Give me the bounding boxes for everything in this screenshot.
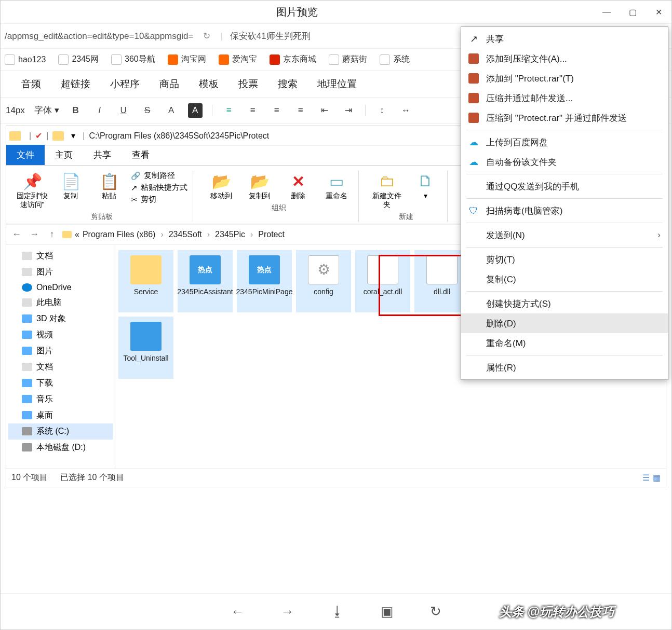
- tile-view-icon[interactable]: ▦: [653, 473, 661, 483]
- context-menu-item[interactable]: 通过QQ发送到我的手机: [461, 176, 668, 196]
- italic-button[interactable]: I: [92, 103, 107, 118]
- context-menu-item[interactable]: ↗共享: [461, 29, 668, 49]
- spacing-button[interactable]: ↔: [399, 103, 413, 118]
- copy-path-button[interactable]: 🔗复制路径: [131, 171, 187, 181]
- strike-button[interactable]: S: [140, 103, 155, 118]
- tree-item[interactable]: 视频: [8, 327, 113, 343]
- menu-audio[interactable]: 音频: [21, 77, 41, 91]
- tree-item[interactable]: OneDrive: [8, 280, 113, 295]
- tree-item[interactable]: 此电脑: [8, 295, 113, 311]
- font-color-button[interactable]: A: [164, 103, 179, 118]
- next-button[interactable]: →: [281, 604, 294, 620]
- context-menu-item[interactable]: 添加到 "Protect.rar"(T): [461, 69, 668, 88]
- nav-up-button[interactable]: ↑: [45, 229, 59, 240]
- minimize-button[interactable]: —: [594, 1, 620, 24]
- delete-button[interactable]: ✕删除: [281, 171, 315, 200]
- move-to-button[interactable]: 📂移动到: [205, 171, 238, 200]
- breadcrumb-part[interactable]: Protect: [258, 230, 285, 239]
- menu-template[interactable]: 模板: [199, 77, 219, 91]
- copy-to-button[interactable]: 📂复制到: [243, 171, 276, 200]
- context-menu-item[interactable]: 属性(R): [461, 358, 668, 377]
- bg-color-button[interactable]: A: [188, 103, 203, 118]
- menu-link[interactable]: 超链接: [61, 77, 90, 91]
- font-size[interactable]: 14px: [6, 105, 25, 116]
- tree-item[interactable]: 桌面: [8, 407, 113, 423]
- file-item[interactable]: Tool_Uninstall: [118, 317, 173, 379]
- file-item[interactable]: Service: [118, 250, 173, 312]
- bookmark-item[interactable]: 360导航: [111, 54, 155, 65]
- new-item-button[interactable]: 🗋▾: [409, 171, 442, 200]
- context-menu-item[interactable]: 压缩到 "Protect.rar" 并通过邮件发送: [461, 108, 668, 128]
- breadcrumb-part[interactable]: 2345Soft: [169, 230, 202, 239]
- tree-item[interactable]: 音乐: [8, 391, 113, 407]
- nav-forward-button[interactable]: →: [27, 229, 42, 240]
- align-center-button[interactable]: ≡: [246, 103, 260, 118]
- context-menu-item[interactable]: 发送到(N)›: [461, 225, 668, 245]
- file-item[interactable]: 热点2345PicAssistant: [178, 250, 233, 312]
- menu-vote[interactable]: 投票: [238, 77, 258, 91]
- context-menu-item[interactable]: 添加到压缩文件(A)...: [461, 49, 668, 69]
- browser-tab-title[interactable]: 保安砍41师生判死刑: [230, 30, 311, 42]
- rename-button[interactable]: ▭重命名: [320, 171, 353, 200]
- context-menu-item[interactable]: ☁上传到百度网盘: [461, 132, 668, 152]
- context-menu-item[interactable]: 剪切(T): [461, 250, 668, 269]
- tab-share[interactable]: 共享: [83, 145, 122, 165]
- pin-to-quick-access-button[interactable]: 📌固定到"快速访问": [16, 171, 49, 209]
- outdent-button[interactable]: ⇥: [341, 103, 356, 118]
- context-menu-item[interactable]: 复制(C): [461, 269, 668, 289]
- cut-button[interactable]: ✂剪切: [131, 195, 187, 204]
- rotate-button[interactable]: ↻: [430, 604, 441, 620]
- tab-file[interactable]: 文件: [6, 145, 45, 165]
- file-item[interactable]: coral_act.dll: [355, 250, 410, 312]
- bookmark-item[interactable]: 系统: [380, 54, 410, 65]
- copy-button[interactable]: 📄复制: [54, 171, 87, 200]
- underline-button[interactable]: U: [116, 103, 131, 118]
- bold-button[interactable]: B: [69, 103, 83, 118]
- maximize-button[interactable]: ▢: [620, 1, 646, 24]
- context-menu-item[interactable]: 重命名(M): [461, 333, 668, 353]
- indent-button[interactable]: ⇤: [317, 103, 332, 118]
- context-menu-item[interactable]: ☁自动备份该文件夹: [461, 152, 668, 172]
- tree-item[interactable]: 文档: [8, 359, 113, 375]
- refresh-icon[interactable]: ↻: [200, 31, 213, 42]
- bookmark-item[interactable]: 蘑菇街: [329, 54, 367, 65]
- breadcrumb-part[interactable]: Program Files (x86): [83, 230, 155, 239]
- new-folder-button[interactable]: 🗀新建文件夹: [370, 171, 404, 209]
- tab-home[interactable]: 主页: [45, 145, 83, 165]
- font-family[interactable]: 字体 ▾: [34, 104, 59, 116]
- tree-item[interactable]: 图片: [8, 343, 113, 359]
- menu-search[interactable]: 搜索: [278, 77, 298, 91]
- nav-back-button[interactable]: ←: [9, 229, 24, 240]
- tree-item[interactable]: 图片: [8, 264, 113, 280]
- bookmark-item[interactable]: 2345网: [58, 54, 99, 65]
- tree-item[interactable]: 本地磁盘 (D:): [8, 440, 113, 456]
- bookmark-item[interactable]: 京东商城: [270, 54, 316, 65]
- tree-item[interactable]: 文档: [8, 248, 113, 264]
- paste-shortcut-button[interactable]: ↗粘贴快捷方式: [131, 183, 187, 193]
- align-right-button[interactable]: ≡: [270, 103, 284, 118]
- tree-item[interactable]: 3D 对象: [8, 311, 113, 327]
- bookmark-item[interactable]: hao123: [5, 54, 46, 65]
- tree-item[interactable]: 下载: [8, 375, 113, 391]
- file-item[interactable]: 热点2345PicMiniPage: [237, 250, 292, 312]
- context-menu-item[interactable]: 创建快捷方式(S): [461, 294, 668, 313]
- menu-product[interactable]: 商品: [159, 77, 179, 91]
- list-view-icon[interactable]: ☰: [642, 473, 650, 483]
- menu-location[interactable]: 地理位置: [317, 77, 357, 91]
- align-justify-button[interactable]: ≡: [293, 103, 308, 118]
- url-text[interactable]: /appmsg_edit&action=edit&type=10&appmsgi…: [5, 31, 193, 42]
- tree-item[interactable]: 系统 (C:): [8, 423, 113, 440]
- tab-view[interactable]: 查看: [122, 145, 160, 165]
- close-button[interactable]: ✕: [646, 1, 671, 24]
- breadcrumb-part[interactable]: 2345Pic: [215, 230, 245, 239]
- one-to-one-button[interactable]: ▣: [381, 604, 394, 620]
- file-item[interactable]: config: [296, 250, 351, 312]
- download-button[interactable]: ⭳: [331, 604, 344, 620]
- context-menu-item[interactable]: 压缩并通过邮件发送...: [461, 88, 668, 108]
- paste-button[interactable]: 📋粘贴: [92, 171, 126, 200]
- prev-button[interactable]: ←: [231, 604, 245, 620]
- menu-miniapp[interactable]: 小程序: [110, 77, 140, 91]
- context-menu-item[interactable]: 🛡扫描病毒(电脑管家): [461, 201, 668, 221]
- line-height-button[interactable]: ↕: [375, 103, 389, 118]
- context-menu-item[interactable]: 删除(D): [461, 313, 668, 333]
